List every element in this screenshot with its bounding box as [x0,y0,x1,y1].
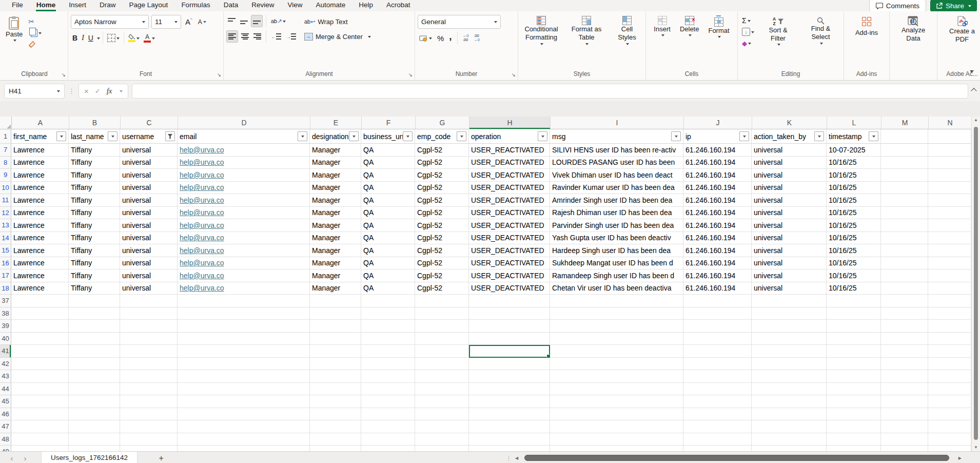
cell-G7[interactable]: Cgpl-52 [415,144,469,157]
cell-L41[interactable] [827,345,881,358]
cell-M10[interactable] [881,182,928,195]
filter-button-email[interactable] [298,131,307,141]
cell-M8[interactable] [881,157,928,169]
menu-tab-data[interactable]: Data [217,0,245,11]
delete-cells-button[interactable]: × Delete [678,15,701,38]
cell-styles-button[interactable]: Cell Styles [611,15,643,47]
cell-M12[interactable] [881,207,928,220]
cell-J42[interactable] [683,358,752,371]
cell-I1[interactable]: msg [550,129,683,144]
cell-K46[interactable] [752,408,827,421]
cell-J46[interactable] [683,408,752,421]
row-header-43[interactable]: 43 [0,370,11,383]
cell-F9[interactable]: QA [361,169,415,182]
cell-J39[interactable] [683,320,752,333]
font-dialog-launcher[interactable]: ↘ [217,72,221,78]
cell-F47[interactable] [361,420,415,433]
cell-L45[interactable] [827,395,881,408]
cell-H9[interactable]: USER_DEACTIVATED [469,169,550,182]
cell-value[interactable]: help@urva.co [180,171,224,179]
cell-B46[interactable] [69,408,120,421]
menu-tab-formulas[interactable]: Formulas [174,0,217,11]
menu-tab-view[interactable]: View [281,0,309,11]
sort-filter-button[interactable]: AZ Sort & Filter [760,15,796,47]
increase-indent-button[interactable]: → [284,31,298,42]
cell-H45[interactable] [469,395,550,408]
autosum-button[interactable]: Σ [740,15,756,26]
cell-I48[interactable] [550,433,683,446]
sheet-tab-active[interactable]: Users_logs_1762166142 [41,452,138,463]
cell-F16[interactable]: QA [361,257,415,270]
cell-M40[interactable] [881,333,928,345]
cell-C18[interactable]: universal [120,282,178,295]
menu-tab-page-layout[interactable]: Page Layout [123,0,175,11]
cell-M47[interactable] [881,420,928,433]
cell-C17[interactable]: universal [120,269,178,282]
cell-N45[interactable] [928,395,971,408]
cell-B13[interactable]: Tiffany [69,219,120,232]
cell-H10[interactable]: USER_DEACTIVATED [469,182,550,195]
cell-A40[interactable] [11,333,69,345]
cell-N11[interactable] [928,194,971,207]
filter-button-designation[interactable] [349,131,359,141]
cell-M49[interactable] [881,446,928,451]
cell-J12[interactable]: 61.246.160.194 [683,207,752,220]
sheet-nav-left-button[interactable]: ‹ [5,452,18,463]
cell-A39[interactable] [11,320,69,333]
cell-H8[interactable]: USER_DEACTIVATED [469,157,550,169]
column-header-H[interactable]: H [469,117,551,129]
cell-N38[interactable] [928,307,971,320]
column-header-J[interactable]: J [684,117,752,129]
cell-N8[interactable] [928,157,971,169]
cell-N13[interactable] [928,219,971,232]
cell-B10[interactable]: Tiffany [69,182,120,195]
cell-K48[interactable] [752,433,827,446]
cell-J43[interactable] [683,370,752,383]
filter-button-last_name[interactable] [108,131,117,141]
cell-A47[interactable] [11,420,69,433]
cell-M17[interactable] [881,269,928,282]
cell-D14[interactable]: help@urva.co [178,232,310,245]
row-header-47[interactable]: 47 [0,420,11,433]
cell-I44[interactable] [550,383,683,396]
cell-F39[interactable] [361,320,415,333]
filter-button-business_unit[interactable] [403,131,413,141]
column-header-L[interactable]: L [827,117,881,129]
cell-B45[interactable] [69,395,120,408]
cell-E8[interactable]: Manager [310,157,361,169]
cell-H49[interactable] [469,446,550,451]
cell-G10[interactable]: Cgpl-52 [415,182,469,195]
cell-L10[interactable]: 10/16/25 [827,182,881,195]
cell-F41[interactable] [361,345,415,358]
row-header-46[interactable]: 46 [0,408,11,421]
cell-H47[interactable] [469,420,550,433]
align-center-button[interactable] [240,31,250,42]
cell-D12[interactable]: help@urva.co [178,207,310,220]
cell-J45[interactable] [683,395,752,408]
ribbon-collapse-button[interactable] [970,70,974,75]
cell-E10[interactable]: Manager [310,182,361,195]
cell-I45[interactable] [550,395,683,408]
cell-D8[interactable]: help@urva.co [178,157,310,169]
cell-L11[interactable]: 10/16/25 [827,194,881,207]
cell-N12[interactable] [928,207,971,220]
cell-D10[interactable]: help@urva.co [178,182,310,195]
cancel-button[interactable]: × [84,87,89,95]
cell-G45[interactable] [415,395,469,408]
cell-B15[interactable]: Tiffany [69,244,120,257]
cell-B1[interactable]: last_name [69,129,120,144]
cell-L49[interactable] [827,446,881,451]
filter-button-action_taken_by[interactable] [814,131,824,141]
cell-I13[interactable]: Parvinder Singh user ID has been dea [550,219,683,232]
cell-F45[interactable] [361,395,415,408]
cell-D42[interactable] [178,358,310,371]
cell-B39[interactable] [69,320,120,333]
copy-button[interactable] [27,27,43,38]
cell-B14[interactable]: Tiffany [69,232,120,245]
analyze-data-button[interactable]: Analyze Data [892,15,934,44]
cell-E37[interactable] [310,295,361,307]
cell-I37[interactable] [550,295,683,307]
cell-C47[interactable] [120,420,178,433]
cell-B8[interactable]: Tiffany [69,157,120,169]
cell-H41[interactable] [469,345,550,358]
